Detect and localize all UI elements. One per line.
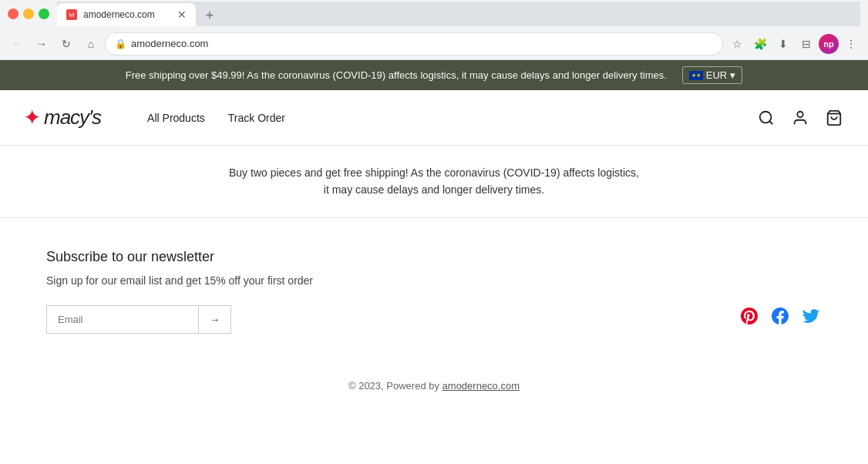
address-text: amoderneco.com xyxy=(131,38,713,49)
footer-text: © 2023, Powered by xyxy=(348,380,442,392)
home-button[interactable]: ⌂ xyxy=(80,33,102,55)
main-nav: All Products Track Order xyxy=(147,112,755,124)
submit-arrow-icon: → xyxy=(210,314,220,325)
lock-icon: 🔒 xyxy=(115,39,126,49)
browser-titlebar: M amoderneco.com ✕ + xyxy=(0,0,868,28)
reload-button[interactable]: ↻ xyxy=(56,33,77,55)
newsletter-subtitle: Sign up for our email list and get 15% o… xyxy=(46,274,822,287)
back-button[interactable]: ← xyxy=(6,33,28,55)
bookmark-star-button[interactable]: ☆ xyxy=(726,33,748,55)
toolbar-icons: ☆ 🧩 ⬇ ⊟ np ⋮ xyxy=(726,33,862,55)
email-submit-button[interactable]: → xyxy=(198,306,230,333)
currency-label: EUR xyxy=(706,69,727,81)
pinterest-button[interactable] xyxy=(738,305,760,327)
currency-chevron-icon: ▾ xyxy=(730,69,735,81)
minimize-window-button[interactable] xyxy=(23,8,34,19)
announcement-banner: Free shipping over $49.99! As the corona… xyxy=(0,60,868,90)
profile-button[interactable]: np xyxy=(819,34,839,54)
newsletter-title: Subscribe to our newsletter xyxy=(46,249,822,265)
social-icons xyxy=(738,305,822,327)
newsletter-section: Subscribe to our newsletter Sign up for … xyxy=(0,218,868,365)
active-tab[interactable]: M amoderneco.com ✕ xyxy=(57,3,196,26)
logo-star-icon: ✦ xyxy=(23,105,41,130)
page-content: Free shipping over $49.99! As the corona… xyxy=(0,60,868,439)
email-input[interactable] xyxy=(47,306,198,333)
currency-selector[interactable]: ★★ EUR ▾ xyxy=(682,66,742,84)
address-bar[interactable]: 🔒 amoderneco.com xyxy=(105,32,723,55)
close-window-button[interactable] xyxy=(8,8,19,19)
site-footer: © 2023, Powered by amoderneco.com xyxy=(0,365,868,407)
cart-button[interactable] xyxy=(823,107,845,129)
newsletter-form: → xyxy=(46,305,231,334)
download-button[interactable]: ⬇ xyxy=(772,33,794,55)
facebook-button[interactable] xyxy=(769,305,791,327)
forward-button[interactable]: → xyxy=(31,33,52,55)
new-tab-button[interactable]: + xyxy=(199,5,220,26)
promo-line2: it may cause delays and longer delivery … xyxy=(324,183,544,196)
tab-bar: M amoderneco.com ✕ + xyxy=(57,2,860,26)
twitter-button[interactable] xyxy=(800,305,822,327)
tab-favicon: M xyxy=(66,9,77,20)
tab-title: amoderneco.com xyxy=(83,9,155,20)
extensions-button[interactable]: 🧩 xyxy=(749,33,771,55)
nav-track-order[interactable]: Track Order xyxy=(228,112,285,124)
macys-logo[interactable]: ✦ macy's xyxy=(23,105,101,130)
browser-toolbar: ← → ↻ ⌂ 🔒 amoderneco.com ☆ 🧩 ⬇ ⊟ np ⋮ xyxy=(0,28,868,60)
nav-all-products[interactable]: All Products xyxy=(147,112,205,124)
logo-text: macy's xyxy=(44,106,101,129)
site-header: ✦ macy's All Products Track Order xyxy=(0,90,868,146)
logo-area[interactable]: ✦ macy's xyxy=(23,105,101,130)
account-button[interactable] xyxy=(789,107,811,129)
browser-chrome: M amoderneco.com ✕ + ← → ↻ ⌂ 🔒 amodernec… xyxy=(0,0,868,60)
header-actions xyxy=(755,107,845,129)
maximize-window-button[interactable] xyxy=(39,8,49,19)
tab-close-button[interactable]: ✕ xyxy=(177,9,187,20)
menu-button[interactable]: ⋮ xyxy=(840,33,862,55)
window-controls xyxy=(8,8,49,19)
announcement-text: Free shipping over $49.99! As the corona… xyxy=(126,69,667,81)
sync-button[interactable]: ⊟ xyxy=(796,33,817,55)
footer-link[interactable]: amoderneco.com xyxy=(442,380,520,392)
promo-banner: Buy two pieces and get free shipping! As… xyxy=(0,146,868,218)
promo-line1: Buy two pieces and get free shipping! As… xyxy=(229,166,639,179)
svg-point-0 xyxy=(760,111,772,123)
search-button[interactable] xyxy=(755,107,777,129)
flag-eu-icon: ★★ xyxy=(689,71,703,80)
svg-point-2 xyxy=(797,111,802,116)
svg-line-1 xyxy=(769,121,772,124)
